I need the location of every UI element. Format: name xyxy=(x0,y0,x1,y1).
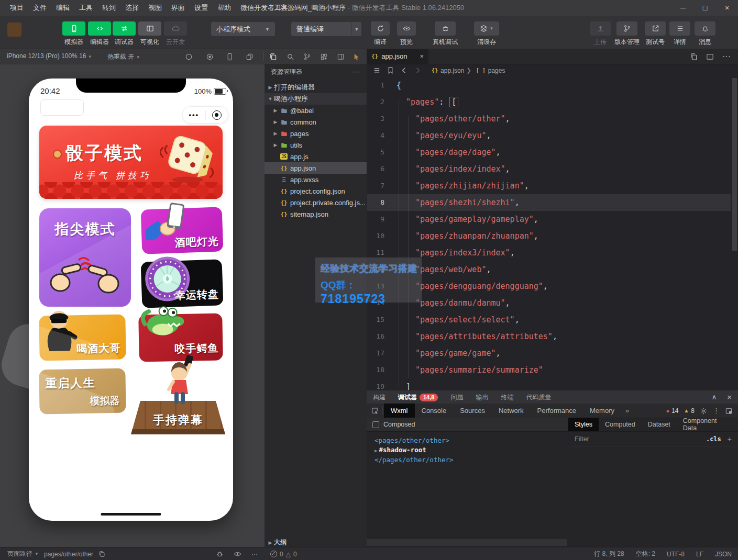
code-line-6[interactable]: 6"pages/index/index", xyxy=(367,161,731,177)
code-line-16[interactable]: 16"pages/attributes/attributes", xyxy=(367,328,731,345)
debug-tab-构建[interactable]: 构建 xyxy=(367,393,392,402)
debug-tab-终端[interactable]: 终端 xyxy=(494,393,520,402)
wxml-close-tag[interactable]: </pages/other/other> xyxy=(374,455,568,465)
可视化-button[interactable] xyxy=(138,21,161,36)
file-item-app.json[interactable]: {}app.json xyxy=(265,162,367,174)
code-line-7[interactable]: 7"pages/zhijian/zhijian", xyxy=(367,177,731,194)
outline-section[interactable]: ▶ 大纲 xyxy=(265,538,367,547)
debug-tab-输出[interactable]: 输出 xyxy=(469,393,494,402)
close-button[interactable]: × xyxy=(716,0,738,16)
menu-item-1[interactable]: 文件 xyxy=(28,3,51,13)
file-item-project.config.json[interactable]: {}project.config.json xyxy=(265,185,367,197)
wxml-tree[interactable]: <pages/other/other> ▶#shadow-root </page… xyxy=(367,432,568,465)
open-preview-icon[interactable] xyxy=(690,52,698,61)
menu-item-9[interactable]: 帮助 xyxy=(213,3,236,13)
more-icon[interactable]: ··· xyxy=(353,68,360,75)
menu-item-3[interactable]: 工具 xyxy=(74,3,97,13)
file-item-project.private.config.js...[interactable]: {}project.private.config.js... xyxy=(265,197,367,208)
split-editor-icon[interactable] xyxy=(706,52,714,61)
menu-item-8[interactable]: 设置 xyxy=(190,3,213,13)
project-root[interactable]: ▼ 喝酒小程序 xyxy=(265,93,367,105)
close-icon[interactable]: × xyxy=(727,393,732,401)
devtools-tab-wxml[interactable]: Wxml xyxy=(384,404,415,418)
kebab-icon[interactable]: ⋮ xyxy=(713,407,720,415)
tab-app-json[interactable]: {} app.json × xyxy=(367,49,428,64)
tile-drinking-bro[interactable]: 喝酒大哥 xyxy=(39,315,126,361)
close-icon[interactable]: × xyxy=(420,52,424,60)
debug-icon[interactable] xyxy=(216,547,224,560)
file-item-utils[interactable]: ▶utils xyxy=(265,139,367,151)
menu-item-2[interactable]: 编辑 xyxy=(51,3,74,13)
code-area[interactable]: 1{2"pages": [3"pages/other/other",4"page… xyxy=(367,77,738,390)
debug-tab-调试器[interactable]: 调试器14,8 xyxy=(392,393,444,402)
avatar[interactable] xyxy=(7,23,21,37)
file-item-sitemap.json[interactable]: {}sitemap.json xyxy=(265,208,367,220)
调试器-button[interactable] xyxy=(113,21,136,36)
debug-tab-问题[interactable]: 问题 xyxy=(444,393,469,402)
styles-tab-styles[interactable]: Styles xyxy=(568,418,599,431)
outline-list-icon[interactable] xyxy=(370,66,383,74)
forward-icon[interactable] xyxy=(411,66,424,74)
code-line-15[interactable]: 15"pages/select/select", xyxy=(367,311,731,328)
模拟器-button[interactable] xyxy=(62,21,85,36)
device-select[interactable]: iPhone 12/13 (Pro) 100% 16 ▼ xyxy=(7,52,92,60)
breadcrumb-file[interactable]: app.json xyxy=(440,67,464,74)
清缓存-button[interactable]: ▼ xyxy=(474,21,499,36)
cursor-position[interactable]: 行 8, 列 28 xyxy=(594,550,624,558)
devtools-tab-network[interactable]: Network xyxy=(492,404,531,418)
预览-button[interactable] xyxy=(397,21,416,36)
code-line-19[interactable]: 19] xyxy=(367,378,731,390)
code-line-2[interactable]: 2"pages": [ xyxy=(367,94,731,110)
gear-icon[interactable] xyxy=(700,406,708,415)
copy-path-icon[interactable] xyxy=(98,547,105,560)
search-icon[interactable] xyxy=(284,50,296,63)
styles-tab-component-data[interactable]: Component Data xyxy=(677,418,738,431)
devtools-tab-performance[interactable]: Performance xyxy=(531,404,583,418)
capsule-more-button[interactable]: ••• xyxy=(183,111,205,119)
tile-handheld-danmaku[interactable]: 手持弹幕 xyxy=(131,364,225,434)
back-icon[interactable] xyxy=(397,66,411,74)
file-item-app.js[interactable]: JSapp.js xyxy=(265,151,367,162)
bookmark-icon[interactable] xyxy=(383,66,397,74)
more-icon[interactable]: ··· xyxy=(251,547,258,560)
dock-icon[interactable] xyxy=(725,406,733,415)
code-line-5[interactable]: 5"pages/dage/dage", xyxy=(367,144,731,161)
eol[interactable]: LF xyxy=(696,551,703,558)
more-icon[interactable]: ··· xyxy=(722,52,731,61)
menu-item-0[interactable]: 项目 xyxy=(5,3,28,13)
styles-tab-dataset[interactable]: Dataset xyxy=(642,418,677,431)
menu-item-4[interactable]: 转到 xyxy=(97,3,120,13)
真机调试-button[interactable] xyxy=(435,21,456,36)
测试号-button[interactable] xyxy=(645,21,666,36)
file-item-app.wxss[interactable]: Ξapp.wxss xyxy=(265,174,367,185)
page-path-value[interactable]: pages/other/other xyxy=(44,547,93,560)
float-window-icon[interactable] xyxy=(243,50,256,63)
rotate-icon[interactable] xyxy=(182,50,195,63)
styles-tab-computed[interactable]: Computed xyxy=(599,418,642,431)
file-item-pages[interactable]: ▶pages xyxy=(265,128,367,139)
code-line-9[interactable]: 9"pages/gameplay/gameplay", xyxy=(367,211,731,228)
device-frame-icon[interactable] xyxy=(223,50,236,63)
menu-item-7[interactable]: 界面 xyxy=(167,3,190,13)
minimize-button[interactable]: ─ xyxy=(672,0,694,16)
code-line-3[interactable]: 3"pages/other/other", xyxy=(367,110,731,127)
cls-button[interactable]: .cls xyxy=(706,435,721,443)
overflow-tabs-icon[interactable]: » xyxy=(621,407,633,415)
maximize-button[interactable]: □ xyxy=(694,0,716,16)
editor-scrollbar[interactable] xyxy=(731,77,738,390)
pointer-icon[interactable] xyxy=(350,50,362,63)
filter-input[interactable]: Filter xyxy=(575,435,589,443)
page-path-select[interactable]: 页面路径▼ xyxy=(7,547,39,560)
menu-item-6[interactable]: 视图 xyxy=(144,3,167,13)
tile-dice-mode[interactable]: 骰子模式 比手气 拼技巧 xyxy=(39,126,223,199)
collapse-icon[interactable]: ∧ xyxy=(712,393,717,401)
language-mode[interactable]: JSON xyxy=(715,551,732,558)
wxml-shadow-root[interactable]: ▶#shadow-root xyxy=(374,445,568,456)
code-line-18[interactable]: 18"pages/summarize/summarize" xyxy=(367,362,731,378)
code-line-10[interactable]: 10"pages/zhuanpan/zhuanpan", xyxy=(367,228,731,244)
file-item-common[interactable]: ▶common xyxy=(265,116,367,128)
tile-bar-light[interactable]: 酒吧灯光 xyxy=(141,207,224,254)
tile-fingertip-mode[interactable]: 指尖模式 xyxy=(39,208,131,307)
debug-tab-代码质量[interactable]: 代码质量 xyxy=(520,393,557,402)
编辑器-button[interactable] xyxy=(88,21,111,36)
